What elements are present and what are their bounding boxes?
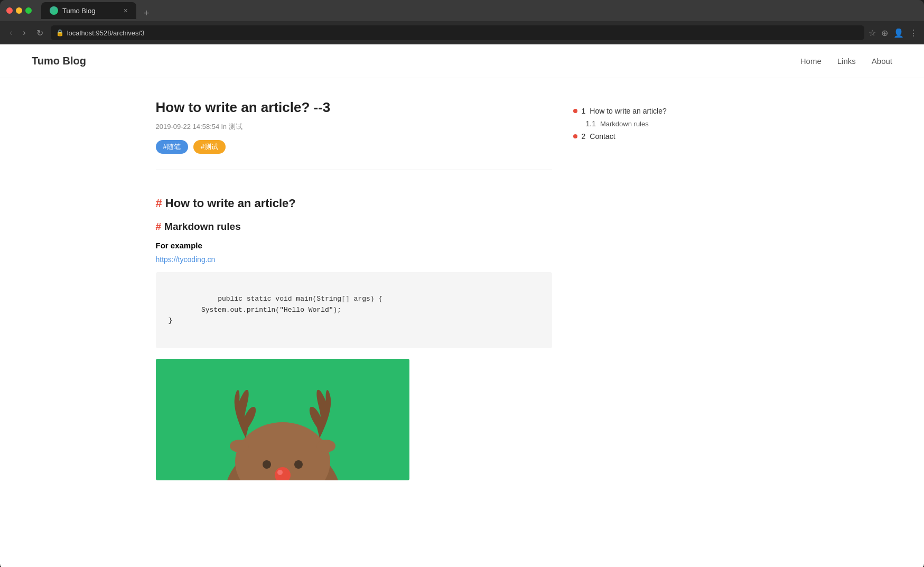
heading-hash-2: #	[156, 221, 162, 233]
toc-num-1: 1	[582, 107, 586, 115]
site-title[interactable]: Tumo Blog	[32, 55, 86, 67]
tab-bar: Tumo Blog × +	[41, 2, 918, 19]
bookmark-icon[interactable]: ☆	[869, 28, 876, 38]
new-tab-button[interactable]: +	[141, 8, 153, 19]
toc-sidebar: 1 How to write an article? 1.1 Markdown …	[573, 99, 689, 480]
toc-item-2[interactable]: 2 Contact	[573, 130, 689, 143]
minimize-button[interactable]	[16, 7, 22, 14]
svg-point-5	[294, 460, 303, 469]
fullscreen-button[interactable]	[25, 7, 32, 14]
page-content: Tumo Blog Home Links About How to write …	[0, 44, 924, 567]
back-button[interactable]: ‹	[6, 26, 15, 40]
svg-point-4	[263, 460, 271, 469]
site-header: Tumo Blog Home Links About	[0, 44, 924, 78]
toc-num-1-1: 1.1	[586, 119, 596, 128]
tag-suibi[interactable]: #随笔	[156, 140, 188, 154]
traffic-lights	[6, 7, 32, 14]
toolbar-icons: ☆ ⊕ 👤 ⋮	[869, 28, 918, 38]
toc-item-1-1[interactable]: 1.1 Markdown rules	[573, 117, 689, 130]
active-tab[interactable]: Tumo Blog ×	[41, 2, 136, 19]
menu-icon[interactable]: ⋮	[909, 28, 918, 38]
tab-title: Tumo Blog	[62, 7, 119, 15]
svg-point-9	[316, 440, 335, 452]
nav-home[interactable]: Home	[800, 57, 822, 66]
lock-icon: 🔒	[56, 29, 64, 36]
code-block: public static void main(String[] args) {…	[156, 272, 552, 348]
article-date-location: 2019-09-22 14:58:54 in 测试	[156, 123, 242, 131]
article-container: How to write an article? --3 2019-09-22 …	[156, 99, 552, 480]
article-divider	[156, 170, 552, 170]
nav-links[interactable]: Links	[837, 57, 856, 66]
svg-point-8	[230, 440, 249, 452]
main-layout: How to write an article? --3 2019-09-22 …	[145, 78, 779, 501]
title-bar: Tumo Blog × +	[0, 0, 924, 21]
article-link[interactable]: https://tycoding.cn	[156, 255, 552, 264]
browser-window: Tumo Blog × + ‹ › ↻ 🔒 localhost:9528/arc…	[0, 0, 924, 567]
article-body: # How to write an article? # Markdown ru…	[156, 181, 552, 480]
section-heading-1: # How to write an article?	[156, 197, 552, 210]
toc-label-1-1: Markdown rules	[600, 120, 649, 128]
svg-point-7	[277, 470, 283, 475]
section-heading-2: # Markdown rules	[156, 221, 552, 233]
for-example-label: For example	[156, 241, 552, 250]
toc-bullet-1	[573, 109, 577, 113]
toc-num-2: 2	[582, 132, 586, 141]
toc-bullet-2	[573, 134, 577, 138]
tag-ceshi[interactable]: #测试	[193, 140, 226, 154]
profile-icon[interactable]: 👤	[893, 28, 904, 38]
reindeer-svg	[156, 359, 409, 480]
browser-toolbar: ‹ › ↻ 🔒 localhost:9528/archives/3 ☆ ⊕ 👤 …	[0, 21, 924, 44]
heading-hash-1: #	[156, 197, 162, 210]
heading-2-text: Markdown rules	[164, 221, 241, 233]
article-tags: #随笔 #测试	[156, 140, 552, 154]
url-text: localhost:9528/archives/3	[67, 29, 145, 37]
extensions-icon[interactable]: ⊕	[881, 28, 888, 38]
close-button[interactable]	[6, 7, 13, 14]
code-content: public static void main(String[] args) {…	[169, 295, 383, 325]
article-meta: 2019-09-22 14:58:54 in 测试	[156, 122, 552, 132]
article-illustration	[156, 359, 409, 480]
nav-about[interactable]: About	[872, 57, 892, 66]
toc-label-2: Contact	[590, 132, 615, 141]
article-title: How to write an article? --3	[156, 99, 552, 116]
toc-item-1[interactable]: 1 How to write an article?	[573, 105, 689, 117]
heading-1-text: How to write an article?	[165, 197, 296, 210]
address-bar[interactable]: 🔒 localhost:9528/archives/3	[51, 25, 864, 40]
toc-label-1: How to write an article?	[590, 107, 667, 115]
tab-favicon	[50, 6, 58, 15]
forward-button[interactable]: ›	[20, 26, 29, 40]
site-nav: Home Links About	[800, 57, 892, 66]
reload-button[interactable]: ↻	[33, 26, 46, 40]
tab-close-button[interactable]: ×	[124, 7, 128, 14]
